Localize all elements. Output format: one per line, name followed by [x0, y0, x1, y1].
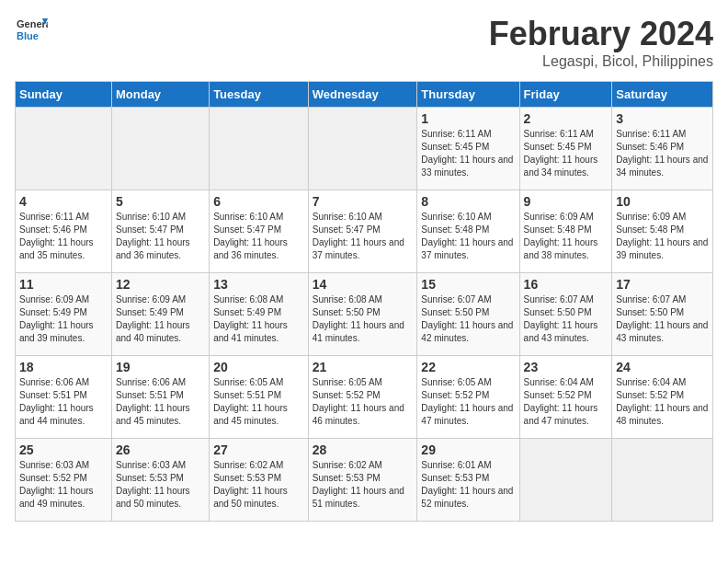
calendar-cell: 2Sunrise: 6:11 AM Sunset: 5:45 PM Daylig… — [519, 108, 612, 190]
calendar-cell: 26Sunrise: 6:03 AM Sunset: 5:53 PM Dayli… — [111, 439, 209, 522]
calendar-cell: 22Sunrise: 6:05 AM Sunset: 5:52 PM Dayli… — [417, 356, 519, 439]
header-row: SundayMondayTuesdayWednesdayThursdayFrid… — [16, 82, 713, 108]
week-row-2: 4Sunrise: 6:11 AM Sunset: 5:46 PM Daylig… — [16, 190, 713, 273]
week-row-4: 18Sunrise: 6:06 AM Sunset: 5:51 PM Dayli… — [16, 356, 713, 439]
calendar-cell — [111, 108, 209, 190]
day-number: 6 — [213, 194, 304, 209]
day-number: 8 — [421, 194, 515, 209]
day-number: 27 — [213, 442, 304, 457]
day-info: Sunrise: 6:05 AM Sunset: 5:52 PM Dayligh… — [421, 376, 515, 428]
calendar-cell: 5Sunrise: 6:10 AM Sunset: 5:47 PM Daylig… — [111, 190, 209, 273]
calendar-cell — [612, 439, 713, 522]
week-row-1: 1Sunrise: 6:11 AM Sunset: 5:45 PM Daylig… — [16, 108, 713, 190]
calendar-cell: 11Sunrise: 6:09 AM Sunset: 5:49 PM Dayli… — [16, 273, 112, 356]
day-number: 28 — [313, 442, 414, 457]
col-header-sunday: Sunday — [16, 82, 112, 108]
day-number: 4 — [19, 194, 108, 209]
day-number: 21 — [313, 360, 414, 374]
calendar-cell: 1Sunrise: 6:11 AM Sunset: 5:45 PM Daylig… — [417, 108, 519, 190]
day-number: 22 — [421, 360, 515, 374]
day-number: 9 — [524, 194, 609, 209]
calendar-cell — [16, 108, 112, 190]
day-info: Sunrise: 6:07 AM Sunset: 5:50 PM Dayligh… — [524, 293, 609, 345]
calendar-table: SundayMondayTuesdayWednesdayThursdayFrid… — [15, 81, 713, 522]
day-number: 18 — [19, 360, 108, 374]
week-row-3: 11Sunrise: 6:09 AM Sunset: 5:49 PM Dayli… — [16, 273, 713, 356]
calendar-cell: 3Sunrise: 6:11 AM Sunset: 5:46 PM Daylig… — [612, 108, 713, 190]
day-number: 20 — [213, 360, 304, 374]
col-header-friday: Friday — [519, 82, 612, 108]
col-header-wednesday: Wednesday — [308, 82, 417, 108]
calendar-cell: 14Sunrise: 6:08 AM Sunset: 5:50 PM Dayli… — [308, 273, 417, 356]
day-info: Sunrise: 6:05 AM Sunset: 5:52 PM Dayligh… — [313, 376, 414, 428]
day-info: Sunrise: 6:01 AM Sunset: 5:53 PM Dayligh… — [421, 459, 515, 511]
day-info: Sunrise: 6:07 AM Sunset: 5:50 PM Dayligh… — [421, 293, 515, 345]
week-row-5: 25Sunrise: 6:03 AM Sunset: 5:52 PM Dayli… — [16, 439, 713, 522]
calendar-cell: 25Sunrise: 6:03 AM Sunset: 5:52 PM Dayli… — [16, 439, 112, 522]
day-info: Sunrise: 6:02 AM Sunset: 5:53 PM Dayligh… — [313, 459, 414, 511]
day-info: Sunrise: 6:11 AM Sunset: 5:45 PM Dayligh… — [421, 128, 515, 179]
calendar-cell — [308, 108, 417, 190]
day-number: 3 — [616, 111, 709, 126]
day-info: Sunrise: 6:08 AM Sunset: 5:49 PM Dayligh… — [213, 293, 304, 345]
page-title: February 2024 — [489, 15, 713, 53]
calendar-cell: 15Sunrise: 6:07 AM Sunset: 5:50 PM Dayli… — [417, 273, 519, 356]
calendar-cell: 17Sunrise: 6:07 AM Sunset: 5:50 PM Dayli… — [612, 273, 713, 356]
day-number: 1 — [421, 111, 515, 126]
day-number: 17 — [616, 277, 709, 292]
day-info: Sunrise: 6:08 AM Sunset: 5:50 PM Dayligh… — [313, 293, 414, 345]
calendar-cell: 21Sunrise: 6:05 AM Sunset: 5:52 PM Dayli… — [308, 356, 417, 439]
day-info: Sunrise: 6:09 AM Sunset: 5:48 PM Dayligh… — [616, 211, 709, 262]
calendar-cell: 7Sunrise: 6:10 AM Sunset: 5:47 PM Daylig… — [308, 190, 417, 273]
day-info: Sunrise: 6:11 AM Sunset: 5:46 PM Dayligh… — [616, 128, 709, 179]
logo-svg: General Blue — [15, 15, 48, 48]
calendar-cell — [210, 108, 309, 190]
day-number: 23 — [524, 360, 609, 374]
page-subtitle: Legaspi, Bicol, Philippines — [489, 53, 713, 70]
day-number: 7 — [313, 194, 414, 209]
day-info: Sunrise: 6:06 AM Sunset: 5:51 PM Dayligh… — [19, 376, 108, 428]
day-info: Sunrise: 6:05 AM Sunset: 5:51 PM Dayligh… — [213, 376, 304, 428]
col-header-tuesday: Tuesday — [210, 82, 309, 108]
day-info: Sunrise: 6:10 AM Sunset: 5:48 PM Dayligh… — [421, 211, 515, 262]
day-number: 12 — [116, 277, 205, 292]
day-number: 13 — [213, 277, 304, 292]
day-info: Sunrise: 6:09 AM Sunset: 5:49 PM Dayligh… — [19, 293, 108, 345]
calendar-cell: 13Sunrise: 6:08 AM Sunset: 5:49 PM Dayli… — [210, 273, 309, 356]
calendar-cell: 4Sunrise: 6:11 AM Sunset: 5:46 PM Daylig… — [16, 190, 112, 273]
col-header-saturday: Saturday — [612, 82, 713, 108]
calendar-cell: 19Sunrise: 6:06 AM Sunset: 5:51 PM Dayli… — [111, 356, 209, 439]
col-header-thursday: Thursday — [417, 82, 519, 108]
calendar-cell: 29Sunrise: 6:01 AM Sunset: 5:53 PM Dayli… — [417, 439, 519, 522]
day-number: 14 — [313, 277, 414, 292]
day-info: Sunrise: 6:03 AM Sunset: 5:52 PM Dayligh… — [19, 459, 108, 511]
day-number: 24 — [616, 360, 709, 374]
calendar-cell: 6Sunrise: 6:10 AM Sunset: 5:47 PM Daylig… — [210, 190, 309, 273]
calendar-cell: 8Sunrise: 6:10 AM Sunset: 5:48 PM Daylig… — [417, 190, 519, 273]
calendar-cell: 18Sunrise: 6:06 AM Sunset: 5:51 PM Dayli… — [16, 356, 112, 439]
title-area: February 2024 Legaspi, Bicol, Philippine… — [489, 15, 713, 70]
day-info: Sunrise: 6:03 AM Sunset: 5:53 PM Dayligh… — [116, 459, 205, 511]
day-number: 19 — [116, 360, 205, 374]
col-header-monday: Monday — [111, 82, 209, 108]
calendar-cell: 27Sunrise: 6:02 AM Sunset: 5:53 PM Dayli… — [210, 439, 309, 522]
calendar-cell: 24Sunrise: 6:04 AM Sunset: 5:52 PM Dayli… — [612, 356, 713, 439]
day-info: Sunrise: 6:11 AM Sunset: 5:46 PM Dayligh… — [19, 211, 108, 262]
calendar-cell: 10Sunrise: 6:09 AM Sunset: 5:48 PM Dayli… — [612, 190, 713, 273]
calendar-cell: 9Sunrise: 6:09 AM Sunset: 5:48 PM Daylig… — [519, 190, 612, 273]
svg-text:Blue: Blue — [17, 30, 39, 41]
day-info: Sunrise: 6:04 AM Sunset: 5:52 PM Dayligh… — [616, 376, 709, 428]
day-info: Sunrise: 6:10 AM Sunset: 5:47 PM Dayligh… — [313, 211, 414, 262]
day-info: Sunrise: 6:04 AM Sunset: 5:52 PM Dayligh… — [524, 376, 609, 428]
day-info: Sunrise: 6:06 AM Sunset: 5:51 PM Dayligh… — [116, 376, 205, 428]
calendar-cell: 28Sunrise: 6:02 AM Sunset: 5:53 PM Dayli… — [308, 439, 417, 522]
logo: General Blue — [15, 15, 48, 48]
day-number: 2 — [524, 111, 609, 126]
day-info: Sunrise: 6:11 AM Sunset: 5:45 PM Dayligh… — [524, 128, 609, 179]
day-number: 25 — [19, 442, 108, 457]
day-info: Sunrise: 6:10 AM Sunset: 5:47 PM Dayligh… — [116, 211, 205, 262]
calendar-cell: 20Sunrise: 6:05 AM Sunset: 5:51 PM Dayli… — [210, 356, 309, 439]
day-info: Sunrise: 6:09 AM Sunset: 5:49 PM Dayligh… — [116, 293, 205, 345]
calendar-cell: 12Sunrise: 6:09 AM Sunset: 5:49 PM Dayli… — [111, 273, 209, 356]
header: General Blue February 2024 Legaspi, Bico… — [15, 15, 713, 70]
